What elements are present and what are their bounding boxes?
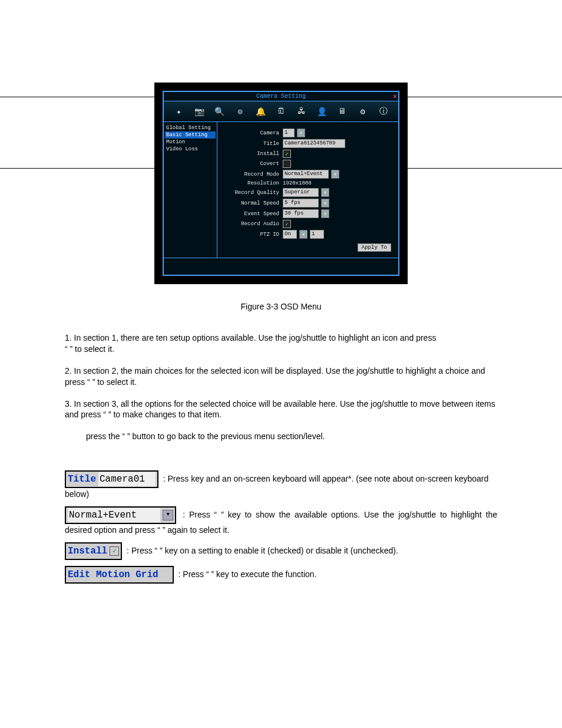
para-1b: “ ” to select it.	[65, 344, 114, 354]
ptz-id-on-select[interactable]: On	[283, 230, 297, 239]
event-speed-select[interactable]: 30 fps	[283, 209, 319, 218]
config-icon[interactable]: ⚙	[356, 105, 369, 118]
para-3: 3. In section 3, all the options for the…	[65, 398, 497, 421]
normal-speed-select[interactable]: 5 fps	[283, 199, 319, 207]
record-icon[interactable]: ⊙	[234, 105, 247, 118]
para-2: 2. In section 2, the main choices for th…	[65, 365, 497, 388]
record-mode-label: Record Mode	[223, 172, 283, 177]
chevron-down-icon[interactable]: ▼	[321, 199, 329, 207]
osd-window: Camera Setting ✕ ✦ 📷 🔍 ⊙ 🔔 🗓 🖧 👤 🖥 ⚙ ⓘ G…	[163, 91, 399, 276]
info-icon[interactable]: ⓘ	[377, 105, 390, 118]
osd-footer	[164, 258, 398, 275]
covert-checkbox[interactable]	[283, 160, 291, 168]
chip-dropdown: Normal+Event ▼	[65, 506, 176, 524]
record-mode-select[interactable]: Normal+Event	[283, 170, 329, 179]
chip-install-text: : Press “ ” key on a setting to enable i…	[127, 546, 398, 555]
chip-title-label: Title	[68, 472, 96, 486]
chevron-down-icon[interactable]: ▼	[297, 129, 305, 137]
system-icon[interactable]: ✦	[172, 105, 185, 118]
close-icon[interactable]: ✕	[393, 92, 397, 101]
user-icon[interactable]: 👤	[315, 105, 328, 118]
para-1a: 1. In section 1, there are ten setup opt…	[65, 333, 436, 342]
chevron-down-icon[interactable]: ▼	[321, 209, 329, 218]
sidebar-item-global[interactable]: Global Setting	[165, 124, 216, 131]
chip-title-value: Camera01	[98, 472, 156, 486]
body-text: 1. In section 1, there are ten setup opt…	[65, 332, 497, 442]
camera-label: Camera	[223, 130, 283, 136]
chip-install: Install ✓	[65, 542, 122, 560]
title-input[interactable]: Camera0123456789	[283, 139, 345, 148]
camera-icon[interactable]: 📷	[193, 105, 206, 118]
chip-title-text-a: : Press	[163, 474, 191, 483]
osd-screenshot: Camera Setting ✕ ✦ 📷 🔍 ⊙ 🔔 🗓 🖧 👤 🖥 ⚙ ⓘ G…	[154, 83, 408, 284]
schedule-icon[interactable]: 🗓	[275, 105, 287, 118]
normal-speed-label: Normal Speed	[223, 200, 283, 206]
title-label: Title	[223, 141, 283, 147]
record-audio-label: Record Audio	[223, 221, 283, 227]
osd-toolbar: ✦ 📷 🔍 ⊙ 🔔 🗓 🖧 👤 🖥 ⚙ ⓘ	[164, 101, 398, 122]
osd-sidebar: Global Setting Basic Setting Motion Vide…	[164, 122, 217, 258]
resolution-value: 1920x1080	[283, 180, 312, 186]
event-speed-label: Event Speed	[223, 211, 283, 217]
chip-motion-text: : Press “ ” key to execute the function.	[178, 569, 317, 579]
chevron-down-icon[interactable]: ▼	[299, 230, 308, 239]
display-icon[interactable]: 🖥	[336, 105, 349, 118]
ptz-id-label: PTZ ID	[223, 232, 283, 238]
para-4: press the “ ” button to go back to the p…	[65, 431, 497, 442]
figure-caption: Figure 3-3 OSD Menu	[65, 302, 497, 311]
ptz-id-input[interactable]: 1	[310, 230, 324, 239]
chip-dropdown-value: Normal+Event	[68, 508, 160, 522]
chip-motion-label: Edit Motion Grid	[68, 568, 158, 582]
chevron-down-icon[interactable]: ▼	[321, 188, 329, 197]
install-label: Install	[223, 151, 283, 157]
osd-titlebar: Camera Setting ✕	[164, 92, 398, 101]
search-icon[interactable]: 🔍	[213, 105, 226, 118]
network-icon[interactable]: 🖧	[295, 105, 308, 118]
camera-select[interactable]: 1	[283, 129, 295, 137]
sidebar-item-motion[interactable]: Motion	[165, 139, 216, 146]
sidebar-item-basic[interactable]: Basic Setting	[165, 131, 216, 139]
chevron-down-icon[interactable]: ▼	[331, 170, 339, 179]
record-quality-select[interactable]: Superior	[283, 188, 319, 197]
record-audio-checkbox[interactable]: ✓	[283, 220, 291, 228]
alarm-icon[interactable]: 🔔	[254, 105, 267, 118]
record-quality-label: Record Quality	[223, 190, 283, 196]
check-icon: ✓	[110, 546, 119, 556]
resolution-label: Resolution	[223, 180, 283, 186]
osd-title-text: Camera Setting	[256, 93, 306, 100]
install-checkbox[interactable]: ✓	[283, 150, 291, 158]
apply-to-button[interactable]: Apply To	[358, 243, 391, 252]
sidebar-item-video-loss[interactable]: Video Loss	[165, 146, 216, 153]
covert-label: Covert	[223, 161, 283, 167]
chip-motion: Edit Motion Grid	[65, 566, 174, 584]
osd-form: Camera 1▼ Title Camera0123456789 Install…	[217, 122, 398, 258]
chip-install-label: Install	[68, 544, 107, 558]
chevron-down-icon: ▼	[163, 510, 173, 521]
chip-title: Title Camera01	[65, 470, 158, 488]
